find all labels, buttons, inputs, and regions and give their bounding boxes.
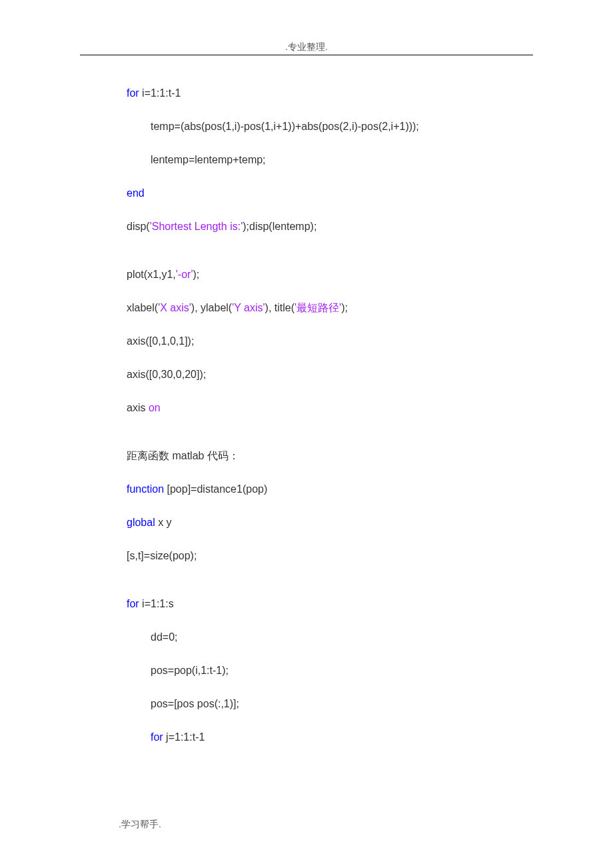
code-text: [s,t]=size(pop); (127, 550, 197, 561)
code-line: global x y (127, 515, 500, 531)
keyword-function: function (127, 483, 164, 495)
heading-text: 距离函数 matlab 代码： (127, 450, 239, 461)
code-text: temp=(abs(pos(1,i)-pos(1,i+1))+abs(pos(2… (151, 121, 419, 132)
header-divider (80, 55, 533, 55)
code-line: pos=pop(i,1:t-1); (127, 663, 500, 679)
code-text: ), title( (265, 302, 295, 313)
keyword-for: for (127, 87, 139, 99)
section-heading: 距离函数 matlab 代码： (127, 448, 500, 464)
code-line: end (127, 185, 500, 201)
code-text: [pop]=distance1(pop) (164, 483, 267, 495)
code-text: pos=pop(i,1:t-1); (151, 665, 229, 676)
code-text: i=1:1:s (139, 598, 174, 609)
code-line: for i=1:1:s (127, 596, 500, 612)
code-text: lentemp=lentemp+temp; (151, 154, 266, 165)
code-line: pos=[pos pos(:,1)]; (127, 696, 500, 712)
code-text: pos=[pos pos(:,1)]; (151, 698, 239, 709)
code-line: function [pop]=distance1(pop) (127, 481, 500, 497)
keyword-global: global (127, 517, 155, 528)
code-text: j=1:1:t-1 (163, 731, 205, 743)
code-line: plot(x1,y1,'-or'); (127, 267, 500, 283)
keyword-for: for (151, 731, 163, 743)
code-line: disp('Shortest Length is:');disp(lentemp… (127, 219, 500, 235)
string-literal: 'Shortest Length is:' (150, 221, 243, 232)
header-title: .专业整理. (285, 41, 328, 52)
code-line: xlabel('X axis'), ylabel('Y axis'), titl… (127, 300, 500, 316)
code-line: axis([0,30,0,20]); (127, 367, 500, 383)
code-text: );disp(lentemp); (243, 221, 316, 232)
code-text: i=1:1:t-1 (139, 87, 181, 99)
code-line: [s,t]=size(pop); (127, 548, 500, 564)
code-text: disp( (127, 221, 150, 232)
code-text: x y (155, 517, 172, 528)
code-text: plot(x1,y1, (127, 269, 176, 280)
string-literal: 'Y axis' (232, 302, 265, 313)
code-text: xlabel( (127, 302, 158, 313)
page-footer: .学习帮手. (119, 819, 161, 831)
code-text: dd=0; (151, 631, 177, 643)
string-literal: on (149, 402, 161, 413)
string-literal: '-or' (176, 269, 193, 280)
code-line: for i=1:1:t-1 (127, 85, 500, 101)
page-header: .专业整理. (0, 41, 613, 53)
code-text: ), ylabel( (191, 302, 232, 313)
code-line: axis([0,1,0,1]); (127, 333, 500, 349)
code-text: ); (341, 302, 348, 313)
code-line: lentemp=lentemp+temp; (127, 152, 500, 168)
string-literal: '最短路径' (295, 302, 341, 313)
footer-text: .学习帮手. (119, 819, 161, 829)
code-text: ); (193, 269, 199, 280)
keyword-end: end (127, 187, 145, 199)
code-block: for i=1:1:t-1 temp=(abs(pos(1,i)-pos(1,i… (127, 85, 500, 763)
code-line: temp=(abs(pos(1,i)-pos(1,i+1))+abs(pos(2… (127, 119, 500, 135)
string-literal: 'X axis' (158, 302, 191, 313)
code-text: axis (127, 402, 149, 413)
code-text: axis([0,1,0,1]); (127, 335, 194, 347)
code-text: axis([0,30,0,20]); (127, 369, 206, 380)
code-line: for j=1:1:t-1 (127, 729, 500, 745)
code-line: axis on (127, 400, 500, 416)
code-line: dd=0; (127, 629, 500, 645)
keyword-for: for (127, 598, 139, 609)
